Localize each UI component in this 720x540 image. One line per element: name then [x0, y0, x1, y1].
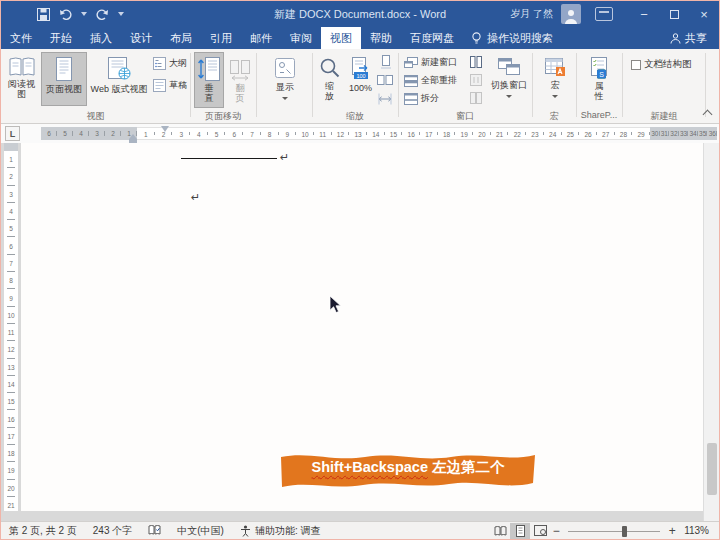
scrollbar-thumb[interactable]	[707, 443, 717, 495]
word-count-indicator[interactable]: 243 个字	[85, 524, 140, 538]
first-line-indent-marker[interactable]	[161, 126, 169, 132]
user-name[interactable]: 岁月 了然	[510, 7, 553, 21]
banner-note-text: 左边第二个	[428, 459, 505, 475]
tab-insert[interactable]: 插入	[81, 27, 121, 49]
outline-label: 大纲	[169, 57, 187, 70]
share-button[interactable]: 共享	[658, 27, 719, 49]
callout-banner: Shift+Backspace 左边第二个	[279, 449, 537, 491]
vertical-label: 垂直	[203, 83, 215, 104]
tab-home[interactable]: 开始	[41, 27, 81, 49]
page-movement-group-label: 页面移动	[192, 110, 254, 123]
outline-icon	[153, 57, 166, 70]
draft-view-button[interactable]: 草稿	[153, 79, 187, 92]
web-layout-label: Web 版式视图	[91, 83, 148, 96]
tab-view[interactable]: 视图	[321, 27, 361, 49]
tab-design[interactable]: 设计	[121, 27, 161, 49]
view-side-by-side-icon	[469, 56, 483, 68]
document-map-checkbox[interactable]: 文档结构图	[631, 58, 692, 71]
vertical-ruler[interactable]: 123456789101112131415161718192021	[4, 143, 18, 514]
reset-window-position-icon	[469, 92, 483, 104]
web-layout-button[interactable]: Web 版式视图	[89, 52, 149, 106]
tab-review[interactable]: 审阅	[281, 27, 321, 49]
zoom-slider[interactable]	[568, 523, 660, 539]
maximize-button[interactable]	[659, 1, 689, 27]
multiple-pages-button[interactable]	[377, 75, 393, 87]
tab-file[interactable]: 文件	[1, 27, 41, 49]
ruler-tick: 5	[208, 128, 226, 139]
zoom-in-button[interactable]: +	[666, 524, 678, 538]
zoom-button[interactable]: 缩放	[315, 52, 344, 110]
draft-icon	[153, 79, 166, 92]
save-icon[interactable]	[37, 4, 50, 24]
undo-dropdown-icon[interactable]	[81, 12, 87, 16]
undo-icon[interactable]	[59, 4, 72, 24]
ruler-tick: 16	[402, 128, 420, 139]
zoom-out-button[interactable]: −	[550, 524, 562, 538]
zoom-slider-track	[568, 531, 660, 532]
ruler-tick: 4	[4, 203, 18, 220]
close-button[interactable]: ×	[689, 1, 719, 27]
split-button[interactable]: 拆分	[404, 92, 439, 105]
accessibility-person-icon	[240, 525, 251, 537]
collapse-ribbon-icon[interactable]	[703, 110, 713, 120]
ribbon-display-options-icon[interactable]	[595, 7, 613, 21]
tab-help[interactable]: 帮助	[361, 27, 401, 49]
macros-icon	[544, 57, 566, 77]
ruler-tick: 27	[597, 128, 615, 139]
one-page-button[interactable]	[379, 55, 392, 69]
language-indicator[interactable]: 中文(中国)	[169, 524, 232, 538]
vertical-page-movement-button[interactable]: 垂直	[194, 52, 224, 108]
zoom-slider-thumb[interactable]	[622, 526, 627, 537]
tab-baidu-netdisk[interactable]: 百度网盘	[401, 27, 463, 49]
show-dropdown-button[interactable]: 显示	[263, 52, 307, 110]
minimize-button[interactable]: −	[629, 1, 659, 27]
tab-stop-selector[interactable]: L	[5, 126, 20, 141]
tell-me-search[interactable]: 操作说明搜索	[463, 27, 561, 49]
arrange-all-button[interactable]: 全部重排	[404, 74, 457, 87]
proofing-book-icon	[148, 525, 161, 536]
ruler-tick: 20	[4, 480, 18, 497]
page-width-button[interactable]	[378, 93, 392, 105]
horizontal-ruler[interactable]: 654321 123456789101112131415161718192021…	[41, 127, 717, 140]
properties-button[interactable]: S 属性	[579, 52, 619, 110]
new-window-button[interactable]: 新建窗口	[404, 56, 457, 69]
tab-mailings[interactable]: 邮件	[241, 27, 281, 49]
document-page[interactable]: ↵ ↵ Shift+Backspace 左边第二个	[21, 143, 705, 511]
print-layout-button[interactable]: 页面视图	[41, 52, 87, 106]
page-number-indicator[interactable]: 第 2 页, 共 2 页	[1, 524, 85, 538]
zoom-percentage[interactable]: 113%	[678, 525, 719, 536]
proofing-status[interactable]	[140, 525, 169, 536]
redo-icon[interactable]	[96, 4, 109, 24]
accessibility-status[interactable]: 辅助功能: 调查	[232, 524, 329, 538]
read-mode-button[interactable]: 阅读视图	[4, 52, 39, 106]
ruler-tick: 6	[4, 237, 18, 254]
read-mode-view-button[interactable]	[490, 523, 510, 539]
vruler-top-margin	[4, 143, 18, 151]
ruler-tick: 7	[4, 255, 18, 272]
web-layout-view-button[interactable]	[530, 523, 550, 539]
ruler-tick: 7	[243, 128, 261, 139]
ruler-tick: 18	[4, 445, 18, 462]
vertical-icon	[198, 57, 220, 81]
view-side-by-side-button[interactable]	[469, 56, 483, 68]
tab-layout[interactable]: 布局	[161, 27, 201, 49]
zoom-100-button[interactable]: 100 100%	[345, 52, 376, 110]
avatar[interactable]	[561, 4, 581, 24]
ruler-tick: 8	[261, 128, 279, 139]
reset-window-position-button[interactable]	[469, 92, 483, 104]
split-label: 拆分	[421, 92, 439, 105]
quick-access-toolbar	[37, 1, 124, 27]
checkbox-icon	[631, 60, 641, 70]
synchronous-scrolling-button[interactable]	[469, 74, 483, 86]
vruler-numbers: 123456789101112131415161718192021	[4, 151, 18, 514]
macros-button[interactable]: 宏	[535, 52, 575, 110]
paragraph-mark: ↵	[191, 192, 200, 203]
outline-view-button[interactable]: 大纲	[153, 57, 187, 70]
print-layout-view-button[interactable]	[510, 523, 530, 539]
ruler-tick: 11	[4, 324, 18, 341]
tab-references[interactable]: 引用	[201, 27, 241, 49]
customize-qat-icon[interactable]	[118, 12, 124, 16]
side-to-side-button[interactable]: 翻页	[226, 52, 254, 108]
vertical-scrollbar[interactable]	[703, 143, 719, 523]
switch-windows-button[interactable]: 切换窗口	[488, 52, 530, 110]
